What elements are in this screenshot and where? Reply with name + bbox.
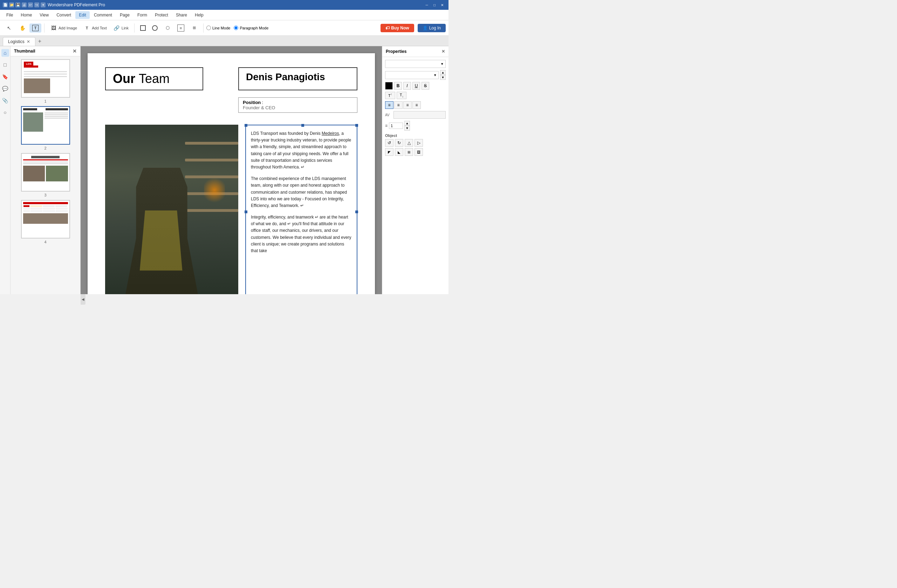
shape-rect-tool[interactable] — [137, 24, 148, 32]
maximize-button[interactable]: □ — [431, 2, 438, 8]
resize-handle-tr[interactable] — [355, 124, 358, 127]
select-tool[interactable]: ↖ — [3, 23, 15, 33]
text-content-box[interactable]: LDS Transport was founded by Denis Medei… — [245, 125, 357, 294]
line-mode-label[interactable]: Line Mode — [207, 26, 230, 30]
bookmark-icon[interactable]: 🔖 — [2, 73, 9, 81]
add-text-button[interactable]: T Add Text — [81, 23, 110, 33]
tab-logistics[interactable]: Logistics ✕ — [3, 37, 35, 46]
thumbnail-page-4[interactable]: 4 — [13, 200, 77, 244]
sep3 — [203, 23, 204, 32]
add-image-button[interactable]: 🖼 Add Image — [47, 23, 80, 33]
rotate-cw-button[interactable]: ↻ — [395, 139, 403, 147]
image-button[interactable]: 🖼 — [415, 148, 423, 156]
menu-home[interactable]: Home — [17, 11, 35, 19]
shape-oval-tool[interactable] — [149, 24, 161, 32]
login-button[interactable]: 👤 Log In — [418, 24, 446, 32]
person-name-box[interactable]: Denis Panagiotis — [238, 67, 357, 90]
color-av-input[interactable] — [393, 111, 446, 119]
hand-tool[interactable]: ✋ — [16, 23, 29, 33]
redo-icon[interactable]: ↪ — [34, 3, 39, 8]
align-center-button[interactable]: ≡ — [394, 101, 403, 109]
strikethrough-button[interactable]: S — [421, 82, 429, 90]
superscript-button[interactable]: T↑ — [385, 92, 395, 99]
buy-now-button[interactable]: 🏷 Buy Now — [381, 24, 414, 32]
crop-button[interactable]: ⊞ — [405, 148, 413, 156]
text-box-tool[interactable]: ≡ — [175, 23, 187, 33]
file-icon[interactable]: 📄 — [3, 3, 8, 8]
text-paragraph-1[interactable]: LDS Transport was founded by Denis Medei… — [251, 130, 352, 171]
menu-share[interactable]: Share — [172, 11, 191, 19]
thumb3-red — [23, 159, 68, 160]
position-row: Position : Founder & CEO — [105, 97, 357, 120]
folder-icon[interactable]: 📁 — [9, 3, 14, 8]
font-size-up-button[interactable]: ▲ — [440, 70, 446, 75]
undo-icon[interactable]: ↩ — [28, 3, 33, 8]
menu-file[interactable]: File — [3, 11, 17, 19]
flip-v-button[interactable]: △ — [405, 139, 413, 147]
resize-handle-tc[interactable] — [302, 124, 304, 127]
menu-page[interactable]: Page — [116, 11, 133, 19]
font-size-down-button[interactable]: ▼ — [440, 75, 446, 80]
pages-icon[interactable]: □ — [2, 61, 9, 69]
comment-icon[interactable]: 💬 — [2, 85, 9, 92]
align-left-button[interactable]: ≡ — [385, 101, 393, 109]
search-panel-icon[interactable]: ○ — [2, 108, 9, 116]
font-size-value — [387, 73, 389, 77]
tab-close-icon[interactable]: ✕ — [27, 39, 30, 44]
italic-button[interactable]: I — [403, 82, 411, 90]
add-tab-button[interactable]: + — [35, 37, 44, 46]
our-team-box[interactable]: Our Team — [105, 67, 203, 90]
edit-text-tool[interactable]: T — [29, 23, 41, 32]
save-icon[interactable]: 💾 — [15, 3, 20, 8]
text-color-swatch[interactable] — [385, 82, 393, 90]
text-p2-content: The combined experience of the LDS manag… — [251, 176, 347, 208]
home-icon[interactable]: ⌂ — [2, 49, 9, 57]
line-spacing-input[interactable] — [389, 122, 403, 129]
dropdown-icon[interactable]: ▾ — [41, 3, 46, 8]
resize-handle-mr[interactable] — [355, 211, 358, 213]
align-right-button[interactable]: ≡ — [403, 101, 412, 109]
attachment-icon[interactable]: 📎 — [2, 97, 9, 104]
paragraph-mode-radio[interactable] — [234, 26, 238, 30]
thumbnail-page-2[interactable]: 2 — [13, 106, 77, 150]
align-justify-button[interactable]: ≡ — [412, 101, 421, 109]
line-spacing-down-button[interactable]: ▼ — [404, 126, 410, 131]
menu-convert[interactable]: Convert — [53, 11, 75, 19]
print-icon[interactable]: 🖨 — [22, 3, 27, 8]
text-paragraph-3[interactable]: Integrity, efficiency, and teamwork ↵ ar… — [251, 214, 352, 254]
resize-handle-tl[interactable] — [245, 124, 247, 127]
thumbnail-page-3[interactable]: 3 — [13, 153, 77, 197]
menu-view[interactable]: View — [36, 11, 52, 19]
menu-help[interactable]: Help — [191, 11, 207, 19]
code-tool[interactable]: ⊞ — [188, 23, 201, 33]
add-image-label: Add Image — [58, 26, 77, 30]
resize-handle-ml[interactable] — [245, 211, 247, 213]
collapse-panel-button[interactable]: ◀ — [81, 294, 86, 295]
properties-close-button[interactable]: ✕ — [441, 49, 445, 54]
font-family-dropdown[interactable]: ▾ — [385, 60, 446, 68]
minimize-button[interactable]: ─ — [423, 2, 430, 8]
menu-comment[interactable]: Comment — [90, 11, 116, 19]
line-mode-radio[interactable] — [207, 26, 211, 30]
menu-form[interactable]: Form — [134, 11, 151, 19]
bold-button[interactable]: B — [394, 82, 402, 90]
align-bl-button[interactable]: ◣ — [395, 148, 403, 156]
align-tl-button[interactable]: ◤ — [385, 148, 393, 156]
close-button[interactable]: ✕ — [439, 2, 446, 8]
text-paragraph-2[interactable]: The combined experience of the LDS manag… — [251, 176, 352, 209]
rotate-ccw-button[interactable]: ↺ — [385, 139, 393, 147]
font-size-dropdown[interactable]: ▾ — [385, 71, 439, 79]
subscript-button[interactable]: T↓ — [396, 92, 407, 99]
shape-poly-tool[interactable]: ⬡ — [161, 23, 174, 33]
thumb3-photo2 — [46, 166, 68, 182]
menu-protect[interactable]: Protect — [152, 11, 172, 19]
link-button[interactable]: 🔗 Link — [110, 23, 132, 33]
flip-h-button[interactable]: ▷ — [415, 139, 423, 147]
paragraph-mode-label[interactable]: Paragraph Mode — [234, 26, 268, 30]
thumbnail-close-button[interactable]: ✕ — [72, 48, 77, 54]
line-spacing-up-button[interactable]: ▲ — [404, 121, 410, 126]
thumbnail-page-1[interactable]: LDS 1 — [13, 59, 77, 103]
underline-button[interactable]: U — [412, 82, 420, 90]
line-spacing-arrows: ▲ ▼ — [404, 121, 410, 131]
menu-edit[interactable]: Edit — [75, 11, 90, 19]
